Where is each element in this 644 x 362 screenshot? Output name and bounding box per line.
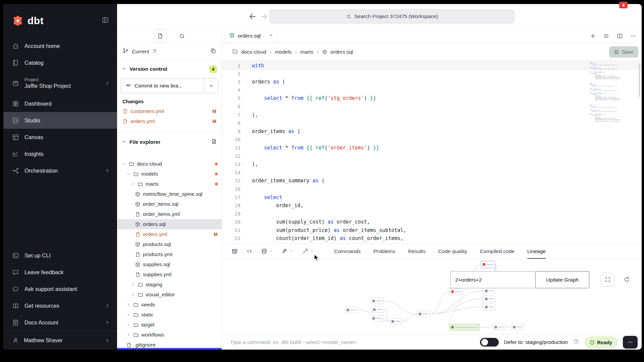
code-line[interactable]: 5 select * from {{ ref('stg_orders') }} <box>222 94 642 103</box>
code-line[interactable]: 15order_items_summary as ( <box>222 177 642 185</box>
compile-button[interactable] <box>246 248 253 254</box>
sidebar-item-account-home[interactable]: Account home <box>3 38 117 54</box>
lineage-node-model[interactable] <box>483 296 495 302</box>
panel-tab-problems[interactable]: Problems <box>373 244 395 259</box>
sidebar-item-ask-support-assistant[interactable]: Ask support assistant <box>3 281 117 297</box>
lineage-node-selected[interactable] <box>481 261 495 268</box>
test-dropdown[interactable] <box>281 248 293 254</box>
lineage-node-model[interactable] <box>371 315 383 321</box>
tree-item-products-sql[interactable]: products.sql <box>117 239 222 249</box>
code-line[interactable]: 14 <box>222 169 642 177</box>
code-line[interactable]: 8 <box>222 119 642 127</box>
panel-tab-commands[interactable]: Commands <box>334 244 361 259</box>
workspace-search[interactable]: Search Project 372475 (Workspace) <box>269 9 515 23</box>
code-line[interactable]: 4 <box>222 86 642 95</box>
copy-button[interactable] <box>210 48 216 55</box>
lineage-node-model[interactable] <box>371 298 383 304</box>
code-line[interactable]: 10 <box>222 135 642 144</box>
new-tab-icon[interactable] <box>590 33 596 39</box>
file-explorer-header[interactable]: File explorer <box>117 135 222 149</box>
current-branch-row[interactable]: Current <box>117 43 222 60</box>
build-dropdown[interactable] <box>261 248 273 254</box>
collapse-sidebar-button[interactable] <box>102 16 109 25</box>
tree-item-marts[interactable]: marts <box>117 179 222 189</box>
tree-item-target[interactable]: target <box>117 320 222 330</box>
forward-button[interactable] <box>260 12 268 22</box>
back-button[interactable] <box>248 12 257 22</box>
tree-item-order-items-yml[interactable]: order_items.yml <box>117 209 222 219</box>
sidebar-item-docs-account[interactable]: Docs Account <box>3 314 117 331</box>
defer-help-button[interactable] <box>573 339 579 346</box>
save-button[interactable]: Save <box>609 46 638 58</box>
tree-item-orders-sql[interactable]: orders.sql <box>117 219 222 229</box>
changed-file-orders-yml[interactable]: orders.ymlM <box>117 116 222 126</box>
code-line[interactable]: 3orders as ( <box>222 78 642 86</box>
code-line[interactable]: 7), <box>222 111 642 119</box>
fullscreen-button[interactable] <box>601 273 615 287</box>
sidebar-item-set-up-cli[interactable]: Set up CLI <box>3 247 117 264</box>
tree-item-staging[interactable]: staging <box>117 280 222 290</box>
tab-list-icon[interactable] <box>603 33 609 39</box>
refresh-button[interactable] <box>620 273 634 287</box>
changed-file-customers-yml[interactable]: customers.ymlM <box>117 106 222 116</box>
explorer-search-button[interactable] <box>179 33 185 39</box>
sidebar-item-catalog[interactable]: Catalog <box>3 54 117 71</box>
tree-item-docs-cloud[interactable]: docs-cloud <box>117 159 222 169</box>
lineage-node-model[interactable] <box>483 288 495 294</box>
code-line[interactable]: 12 <box>222 152 642 161</box>
code-line[interactable]: 21 sum(product_price) as order_items_sub… <box>222 226 642 235</box>
lineage-node-model[interactable] <box>371 306 384 313</box>
panel-tab-code-quality[interactable]: Code quality <box>438 244 467 259</box>
breadcrumb-item[interactable]: models <box>275 49 292 55</box>
preview-button[interactable] <box>231 248 238 254</box>
sidebar-item-leave-feedback[interactable]: Leave feedback <box>3 264 117 281</box>
commit-options-button[interactable] <box>204 79 218 93</box>
code-line[interactable]: 19 <box>222 210 642 218</box>
panel-tab-lineage[interactable]: Lineage <box>527 244 546 259</box>
tab-orders-sql[interactable]: orders.sql <box>225 29 278 43</box>
commit-button[interactable]: Commit to new bra... <box>120 78 218 93</box>
lineage-selector-input[interactable] <box>450 271 535 288</box>
lineage-node-model[interactable] <box>417 311 430 317</box>
close-tab-button[interactable] <box>269 33 273 39</box>
lineage-node-model[interactable] <box>511 324 524 330</box>
code-line[interactable]: 22 count(order_item_id) as count_order_i… <box>222 234 642 243</box>
sidebar-item-studio[interactable]: Studio <box>3 112 117 129</box>
new-file-button[interactable] <box>154 29 167 42</box>
split-editor-icon[interactable] <box>616 33 623 39</box>
panel-tab-results[interactable]: Results <box>408 244 426 259</box>
lineage-node-source[interactable] <box>449 288 462 295</box>
tree-item-seeds[interactable]: seeds <box>117 300 222 310</box>
tree-item-metricflow-time-spine-sql[interactable]: metricflow_time_spine.sql <box>117 189 222 199</box>
update-graph-button[interactable]: Update Graph <box>535 271 589 288</box>
tree-item-supplies-yml[interactable]: supplies.yml <box>117 269 222 280</box>
code-line[interactable]: 17 select <box>222 193 642 202</box>
defer-toggle[interactable] <box>480 338 499 347</box>
lineage-node-highlighted[interactable] <box>449 324 480 330</box>
command-input[interactable] <box>229 339 476 346</box>
breadcrumb-item[interactable]: marts <box>300 49 313 55</box>
panel-more-button[interactable] <box>623 336 638 349</box>
tree-item-supplies-sql[interactable]: supplies.sql <box>117 259 222 269</box>
code-line[interactable]: 18 order_id, <box>222 201 642 210</box>
sidebar-item-dashboard[interactable]: Dashboard <box>3 95 117 112</box>
minimap[interactable]: withorders as ( select * from {{ ref('st… <box>590 62 620 190</box>
create-file-button[interactable] <box>211 138 217 146</box>
tree-item-order-items-sql[interactable]: order_items.sql <box>117 199 222 209</box>
sidebar-item-canvas[interactable]: Canvas <box>3 129 117 145</box>
code-line[interactable]: 11 select * from {{ ref('order_items') }… <box>222 144 642 152</box>
tree-item-orders-yml[interactable]: orders.ymlM <box>117 229 222 239</box>
lineage-node-model[interactable] <box>390 318 402 324</box>
tree-item-visual-editor[interactable]: visual_editor <box>117 290 222 300</box>
tree-item-models[interactable]: models <box>117 169 222 179</box>
breadcrumb-item[interactable]: docs-cloud <box>241 49 266 55</box>
user-menu[interactable]: Matthew Shaver <box>3 331 117 350</box>
sidebar-item-insights[interactable]: Insights <box>3 145 117 162</box>
code-line[interactable]: 20 sum(supply_cost) as order_cost, <box>222 218 642 226</box>
lineage-node-model[interactable] <box>483 304 495 310</box>
sidebar-item-jaffle-shop-project[interactable]: ProjectJaffle Shop Project <box>3 71 117 95</box>
version-control-header[interactable]: Version control 4 <box>117 63 222 75</box>
tree-item-static[interactable]: static <box>117 310 222 320</box>
code-line[interactable]: 13), <box>222 160 642 169</box>
code-editor[interactable]: 1with23orders as (45 select * from {{ re… <box>222 61 642 243</box>
